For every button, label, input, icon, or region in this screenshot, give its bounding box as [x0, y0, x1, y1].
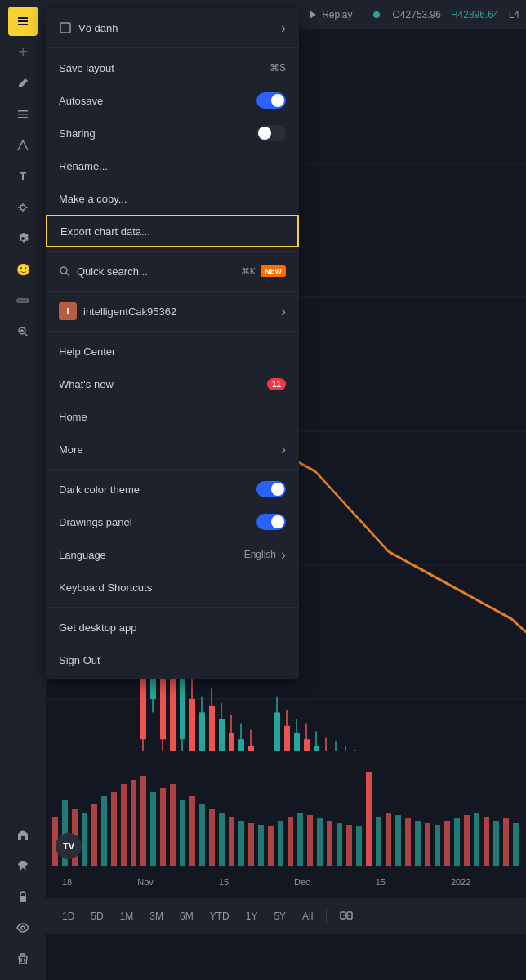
more-item[interactable]: More: [46, 433, 299, 466]
svg-rect-147: [288, 817, 293, 866]
divider-1: [46, 47, 299, 48]
sharing-toggle[interactable]: [256, 125, 286, 141]
time-label-18: 18: [62, 877, 72, 887]
text-icon[interactable]: T: [8, 162, 38, 191]
menu-title[interactable]: Vô danh: [46, 11, 299, 44]
svg-rect-142: [238, 821, 244, 866]
more-label: More: [59, 443, 281, 456]
get-desktop-item[interactable]: Get desktop app: [46, 611, 299, 644]
dark-theme-toggle[interactable]: [256, 481, 286, 497]
timeframe-1d[interactable]: 1D: [56, 907, 81, 925]
user-item[interactable]: I intelligentCak95362: [46, 295, 299, 327]
zoom-icon[interactable]: [8, 317, 38, 346]
timeframe-6m[interactable]: 6M: [173, 907, 200, 925]
svg-rect-156: [376, 817, 381, 866]
make-copy-label: Make a copy...: [59, 193, 286, 205]
time-label-dec: Dec: [294, 877, 310, 887]
timeframe-5d[interactable]: 5D: [84, 907, 109, 925]
dark-theme-item[interactable]: Dark color theme: [46, 473, 299, 506]
tradingview-logo[interactable]: TV: [56, 833, 82, 859]
lock-icon[interactable]: [8, 882, 38, 911]
svg-rect-161: [425, 823, 430, 866]
drawings-panel-item[interactable]: Drawings panel: [46, 506, 299, 538]
autosave-item[interactable]: Autosave: [46, 84, 299, 117]
autosave-label: Autosave: [59, 95, 256, 107]
svg-rect-162: [435, 825, 440, 866]
quick-search-label: Quick search...: [77, 265, 241, 278]
svg-rect-128: [101, 796, 107, 866]
svg-rect-130: [121, 784, 127, 866]
sharing-item[interactable]: Sharing: [46, 117, 299, 149]
whats-new-badge: 11: [267, 378, 286, 390]
user-avatar: I: [59, 302, 77, 320]
time-axis: 18 Nov 15 Dec 15 2022: [46, 866, 526, 898]
timeframe-1y[interactable]: 1Y: [239, 907, 265, 925]
svg-rect-1: [18, 20, 28, 22]
sharing-label: Sharing: [59, 127, 256, 140]
svg-rect-139: [209, 808, 215, 866]
trash-icon[interactable]: [8, 944, 38, 973]
timeframe-all[interactable]: All: [296, 907, 319, 925]
keyboard-shortcuts-item[interactable]: Keyboard Shortcuts: [46, 571, 299, 604]
svg-rect-168: [493, 821, 499, 866]
quick-search-right: ⌘K NEW: [241, 265, 286, 277]
time-label-nov: Nov: [137, 877, 154, 887]
draw-icon[interactable]: [8, 131, 38, 160]
sign-out-item[interactable]: Sign Out: [46, 644, 299, 676]
svg-line-17: [25, 333, 28, 336]
svg-point-21: [21, 926, 25, 929]
svg-rect-145: [268, 826, 274, 866]
quick-search-item[interactable]: Quick search... ⌘K NEW: [46, 255, 299, 287]
save-layout-item[interactable]: Save layout ⌘S: [46, 51, 299, 84]
timeframe-ytd[interactable]: YTD: [203, 907, 236, 925]
svg-rect-129: [111, 792, 117, 866]
indicator-icon[interactable]: [8, 193, 38, 222]
rename-item[interactable]: Rename...: [46, 149, 299, 182]
language-chevron: [281, 546, 286, 564]
add-icon[interactable]: +: [8, 38, 38, 67]
make-copy-item[interactable]: Make a copy...: [46, 182, 299, 215]
pin-icon[interactable]: [8, 851, 38, 880]
timeframe-1m[interactable]: 1M: [114, 907, 140, 925]
gear-icon[interactable]: [8, 224, 38, 253]
new-badge: NEW: [261, 265, 286, 277]
menu-title-label: Vô danh: [78, 22, 281, 34]
home-icon[interactable]: [8, 820, 38, 849]
emoji-icon[interactable]: 🙂: [8, 255, 38, 284]
eye-icon[interactable]: [8, 913, 38, 942]
export-chart-item[interactable]: Export chart data...: [46, 215, 299, 247]
autosave-toggle[interactable]: [256, 92, 286, 109]
svg-rect-138: [199, 804, 205, 866]
rename-label: Rename...: [59, 160, 286, 172]
lines-icon[interactable]: [8, 100, 38, 129]
divider-2: [46, 251, 299, 252]
drawings-panel-toggle[interactable]: [256, 514, 286, 530]
timeframe-5y[interactable]: 5Y: [267, 907, 292, 925]
svg-rect-159: [405, 818, 411, 866]
timeframe-3m[interactable]: 3M: [143, 907, 170, 925]
dropdown-menu: Vô danh Save layout ⌘S Autosave Sharing …: [46, 8, 299, 679]
svg-rect-167: [484, 817, 489, 866]
language-item[interactable]: Language English: [46, 538, 299, 571]
help-center-item[interactable]: Help Center: [46, 335, 299, 368]
svg-rect-127: [91, 804, 97, 866]
svg-rect-134: [160, 788, 166, 866]
price-high: H42896.64: [451, 9, 499, 20]
svg-line-176: [66, 273, 69, 276]
home-item[interactable]: Home: [46, 400, 299, 433]
svg-rect-143: [248, 823, 254, 866]
svg-rect-133: [150, 792, 156, 866]
compare-icon[interactable]: [333, 906, 359, 928]
menu-icon[interactable]: [8, 7, 38, 36]
svg-rect-140: [219, 813, 225, 866]
svg-rect-166: [474, 813, 479, 866]
replay-button[interactable]: Replay: [307, 9, 352, 20]
ruler-icon[interactable]: [8, 286, 38, 315]
svg-rect-152: [337, 823, 342, 866]
svg-point-175: [60, 267, 67, 274]
pencil-icon[interactable]: [8, 69, 38, 98]
svg-rect-146: [278, 821, 283, 866]
user-chevron: [281, 303, 286, 320]
svg-point-6: [20, 205, 25, 210]
whats-new-item[interactable]: What's new 11: [46, 368, 299, 400]
